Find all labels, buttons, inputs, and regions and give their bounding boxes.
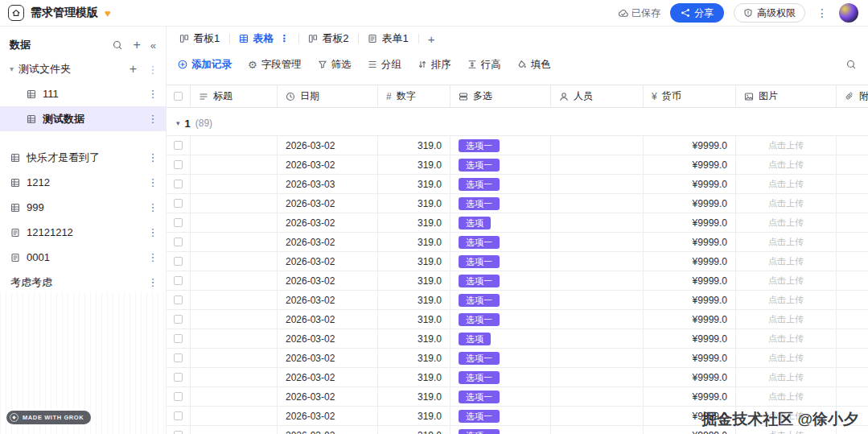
column-header-person[interactable]: 人员	[551, 85, 644, 107]
number-cell[interactable]: 319.0	[378, 155, 450, 174]
view-tab[interactable]: 看板2	[298, 27, 358, 51]
person-cell[interactable]	[551, 407, 644, 425]
sidebar-item[interactable]: 测试数据⋮	[0, 106, 166, 131]
more-vertical-icon[interactable]: ⋮	[815, 7, 829, 19]
more-icon[interactable]: ⋮	[148, 252, 158, 262]
title-cell[interactable]	[191, 349, 278, 367]
attachment-cell[interactable]	[837, 271, 868, 290]
multi-cell[interactable]: 选项一	[450, 407, 551, 425]
row-checkbox-cell[interactable]	[167, 368, 191, 386]
table-row[interactable]: 2026-03-02319.0选项一¥9999.0点击上传	[167, 291, 868, 310]
date-cell[interactable]: 2026-03-02	[278, 291, 378, 309]
column-header-image[interactable]: 图片	[736, 85, 837, 107]
multi-cell[interactable]: 选项	[450, 329, 551, 348]
column-header-currency[interactable]: ¥货币	[644, 85, 736, 107]
add-view-button[interactable]: +	[418, 27, 445, 51]
date-cell[interactable]: 2026-03-02	[278, 213, 378, 232]
multi-cell[interactable]: 选项一	[450, 252, 551, 271]
currency-cell[interactable]: ¥9999.0	[644, 271, 736, 290]
column-header-attachment[interactable]: 附件	[837, 85, 868, 107]
view-tab[interactable]: 看板1	[170, 27, 229, 51]
attachment-cell[interactable]	[837, 233, 868, 251]
number-cell[interactable]: 319.0	[378, 291, 450, 309]
checkbox[interactable]	[174, 431, 183, 434]
date-cell[interactable]: 2026-03-02	[278, 155, 378, 174]
currency-cell[interactable]: ¥9999.0	[644, 194, 736, 213]
number-cell[interactable]: 319.0	[378, 349, 450, 367]
table-row[interactable]: 2026-03-02319.0选项一¥9999.0点击上传	[167, 349, 868, 368]
advanced-permission-button[interactable]: 高级权限	[734, 3, 805, 23]
attachment-cell[interactable]	[837, 175, 868, 193]
more-icon[interactable]: ⋮	[148, 177, 158, 188]
row-checkbox-cell[interactable]	[167, 329, 191, 348]
date-cell[interactable]: 2026-03-03	[278, 175, 378, 193]
title-cell[interactable]	[191, 426, 278, 434]
row-checkbox-cell[interactable]	[167, 271, 191, 290]
title-cell[interactable]	[191, 368, 278, 386]
person-cell[interactable]	[551, 368, 644, 386]
row-checkbox-cell[interactable]	[167, 310, 191, 329]
date-cell[interactable]: 2026-03-02	[278, 426, 378, 434]
home-icon[interactable]	[8, 5, 24, 21]
currency-cell[interactable]: ¥9999.0	[644, 329, 736, 348]
image-cell[interactable]: 点击上传	[736, 155, 837, 174]
toolbar-button[interactable]: ⚙字段管理	[248, 58, 302, 72]
number-cell[interactable]: 319.0	[378, 233, 450, 251]
number-cell[interactable]: 319.0	[378, 407, 450, 425]
date-cell[interactable]: 2026-03-02	[278, 252, 378, 271]
column-header-title[interactable]: 标题	[191, 85, 278, 107]
person-cell[interactable]	[551, 387, 644, 406]
title-cell[interactable]	[191, 233, 278, 251]
checkbox[interactable]	[174, 92, 183, 101]
multi-cell[interactable]: 选项一	[450, 426, 551, 434]
number-cell[interactable]: 319.0	[378, 136, 450, 155]
multi-cell[interactable]: 选项一	[450, 136, 551, 155]
checkbox[interactable]	[174, 353, 183, 362]
date-cell[interactable]: 2026-03-02	[278, 271, 378, 290]
checkbox[interactable]	[174, 180, 183, 188]
currency-cell[interactable]: ¥9999.0	[644, 349, 736, 367]
title-cell[interactable]	[191, 213, 278, 232]
image-cell[interactable]: 点击上传	[736, 291, 837, 309]
title-cell[interactable]	[191, 271, 278, 290]
share-button[interactable]: 分享	[670, 3, 724, 23]
date-cell[interactable]: 2026-03-02	[278, 329, 378, 348]
row-checkbox-cell[interactable]	[167, 175, 191, 193]
toolbar-button[interactable]: 分组	[368, 58, 401, 72]
checkbox[interactable]	[174, 373, 183, 382]
title-cell[interactable]	[191, 310, 278, 329]
person-cell[interactable]	[551, 271, 644, 290]
number-cell[interactable]: 319.0	[378, 213, 450, 232]
table-row[interactable]: 2026-03-02319.0选项一¥9999.0点击上传	[167, 233, 868, 252]
add-icon[interactable]: +	[133, 39, 140, 52]
sidebar-item[interactable]: 考虑考虑⋮	[0, 270, 166, 295]
row-checkbox-cell[interactable]	[167, 213, 191, 232]
title-cell[interactable]	[191, 194, 278, 213]
person-cell[interactable]	[551, 213, 644, 232]
toolbar-button[interactable]: 排序	[418, 58, 451, 72]
sidebar-folder[interactable]: ▾ 测试文件夹 + ⋮	[0, 57, 166, 81]
multi-cell[interactable]: 选项一	[450, 368, 551, 386]
date-cell[interactable]: 2026-03-02	[278, 387, 378, 406]
select-all-cell[interactable]	[167, 85, 191, 107]
multi-cell[interactable]: 选项一	[450, 387, 551, 406]
title-cell[interactable]	[191, 329, 278, 348]
image-cell[interactable]: 点击上传	[736, 175, 837, 193]
number-cell[interactable]: 319.0	[378, 310, 450, 329]
image-cell[interactable]: 点击上传	[736, 252, 837, 271]
attachment-cell[interactable]	[837, 291, 868, 309]
person-cell[interactable]	[551, 136, 644, 155]
date-cell[interactable]: 2026-03-02	[278, 194, 378, 213]
multi-cell[interactable]: 选项一	[450, 310, 551, 329]
more-icon[interactable]: ⋮	[148, 152, 158, 163]
more-icon[interactable]: ⋮	[148, 227, 158, 238]
checkbox[interactable]	[174, 334, 183, 343]
multi-cell[interactable]: 选项一	[450, 349, 551, 367]
collapse-sidebar-icon[interactable]: «	[150, 40, 156, 51]
person-cell[interactable]	[551, 349, 644, 367]
row-checkbox-cell[interactable]	[167, 233, 191, 251]
person-cell[interactable]	[551, 426, 644, 434]
more-icon[interactable]: ⋮	[148, 89, 158, 99]
table-row[interactable]: 2026-03-02319.0选项一¥9999.0点击上传	[167, 194, 868, 213]
row-checkbox-cell[interactable]	[167, 194, 191, 213]
